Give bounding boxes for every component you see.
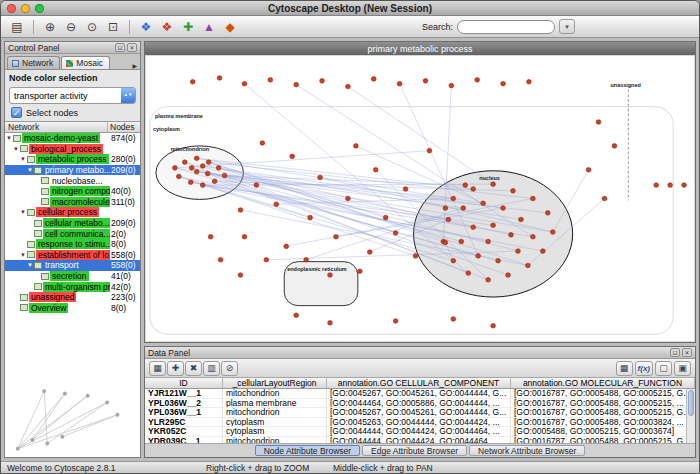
graph-node[interactable] xyxy=(334,234,339,239)
graph-node[interactable] xyxy=(446,217,451,222)
graph-node[interactable] xyxy=(475,78,480,83)
zoom-fit-button[interactable]: ⊡ xyxy=(103,18,123,36)
graph-node[interactable] xyxy=(443,206,448,211)
graph-node[interactable] xyxy=(290,154,295,159)
graph-node[interactable] xyxy=(393,231,398,236)
expander-icon[interactable]: ▼ xyxy=(19,252,27,258)
expander-icon[interactable]: ▼ xyxy=(19,209,27,215)
graph-node[interactable] xyxy=(328,321,333,326)
graph-node[interactable] xyxy=(260,141,265,146)
zoom-in-button[interactable]: ⊕ xyxy=(40,18,60,36)
tree-row[interactable]: macromolecule...311(0) xyxy=(5,197,140,208)
graph-node[interactable] xyxy=(194,169,199,174)
export-attributes-button[interactable]: ▣ xyxy=(674,361,691,376)
graph-node[interactable] xyxy=(526,263,531,268)
graph-node[interactable] xyxy=(471,187,476,192)
graph-node[interactable] xyxy=(371,77,376,82)
zoom-selected-button[interactable]: ⊙ xyxy=(82,18,102,36)
graph-node[interactable] xyxy=(328,273,333,278)
tree-row[interactable]: ▼cellular process xyxy=(5,207,140,218)
graph-node[interactable] xyxy=(304,257,309,262)
graph-node[interactable] xyxy=(509,233,514,238)
graph-node[interactable] xyxy=(238,208,243,213)
tree-row[interactable]: unassigned223(0) xyxy=(5,292,140,303)
table-cell[interactable]: YPL036W__2 xyxy=(145,399,223,409)
graph-node[interactable] xyxy=(654,183,659,188)
table-cell[interactable]: [GO:0005488, GO:0005215, GO:0003674] xyxy=(511,427,695,437)
table-cell[interactable]: YDR039C__1 xyxy=(145,437,223,443)
graph-node[interactable] xyxy=(540,249,545,254)
tree-row[interactable]: cellular metabo...209(0) xyxy=(5,218,140,229)
graph-node[interactable] xyxy=(238,273,243,278)
graph-node[interactable] xyxy=(284,244,289,249)
tree-row[interactable]: ▼biological_process xyxy=(5,144,140,155)
graph-node[interactable] xyxy=(373,168,378,173)
tab-edge-attribute-browser[interactable]: Edge Attribute Browser xyxy=(362,445,467,456)
table-cell[interactable]: [GO:0016787, GO:0005488, GO:0005215, G..… xyxy=(511,408,695,418)
graph-node[interactable] xyxy=(459,239,464,244)
graph-node[interactable] xyxy=(682,183,687,188)
graph-node[interactable] xyxy=(511,189,516,194)
graph-node[interactable] xyxy=(200,164,205,169)
table-cell[interactable]: [GO:0016787, GO:0005488, GO:0005215, G..… xyxy=(511,437,695,443)
graph-node[interactable] xyxy=(481,201,486,206)
graph-edge[interactable] xyxy=(179,176,454,260)
tree-header-network[interactable]: Network xyxy=(5,122,108,132)
annotation-button[interactable]: ▲ xyxy=(199,18,219,36)
vizmapper-button[interactable]: ◆ xyxy=(220,18,240,36)
graph-node[interactable] xyxy=(206,160,211,165)
network-canvas[interactable]: plasma membrane cytoplasm mitochondrion … xyxy=(145,55,695,342)
graph-node[interactable] xyxy=(545,211,550,216)
search-input[interactable] xyxy=(457,20,555,34)
graph-node[interactable] xyxy=(176,174,181,179)
graph-node[interactable] xyxy=(602,196,607,201)
table-cell[interactable]: YJR121W__1 xyxy=(145,389,223,399)
graph-node[interactable] xyxy=(668,183,673,188)
graph-node[interactable] xyxy=(427,148,432,153)
tree-row[interactable]: response to stimu...8(0) xyxy=(5,239,140,250)
float-panel-icon[interactable]: ⊡ xyxy=(115,43,125,52)
graph-node[interactable] xyxy=(318,175,323,180)
expander-icon[interactable]: ▼ xyxy=(12,146,20,152)
table-cell[interactable]: [GO:0044464, GO:0005886, GO:0044444, ... xyxy=(327,399,511,409)
graph-node[interactable] xyxy=(530,196,535,201)
graph-node[interactable] xyxy=(268,78,273,83)
float-panel-icon[interactable]: ⊡ xyxy=(670,348,680,357)
tree-row[interactable]: ▼mosaic-demo-yeast874(0) xyxy=(5,133,140,144)
graph-node[interactable] xyxy=(466,271,471,276)
zoom-out-button[interactable]: ⊖ xyxy=(61,18,81,36)
graph-node[interactable] xyxy=(527,79,532,84)
graph-node[interactable] xyxy=(397,81,402,86)
function-builder-button[interactable]: f(x) xyxy=(635,361,653,376)
graph-node[interactable] xyxy=(476,254,481,259)
network-view-titlebar[interactable]: primary metabolic process xyxy=(145,42,695,55)
graph-node[interactable] xyxy=(242,234,247,239)
graph-node[interactable] xyxy=(208,234,213,239)
graph-node[interactable] xyxy=(451,317,456,322)
table-cell[interactable]: YKR052C xyxy=(145,427,223,437)
graph-node[interactable] xyxy=(222,173,227,178)
graph-node[interactable] xyxy=(491,223,496,228)
graph-node[interactable] xyxy=(486,278,491,283)
search-options-button[interactable]: ▾ xyxy=(559,19,575,34)
graph-node[interactable] xyxy=(451,258,456,263)
graph-node[interactable] xyxy=(463,183,468,188)
table-cell[interactable]: mitochondrion xyxy=(223,437,327,443)
table-cell[interactable]: plasma membrane xyxy=(223,399,327,409)
table-cell[interactable]: YLR295C xyxy=(145,418,223,428)
graph-node[interactable] xyxy=(264,257,269,262)
graph-node[interactable] xyxy=(403,187,408,192)
graph-node[interactable] xyxy=(308,215,313,220)
tree-row[interactable]: nitrogen compo...40(0) xyxy=(5,186,140,197)
graph-node[interactable] xyxy=(320,79,325,84)
graph-node[interactable] xyxy=(216,166,221,171)
session-button[interactable]: ▤ xyxy=(7,18,27,36)
tree-row[interactable]: ▼transport558(0) xyxy=(5,260,140,271)
graph-node[interactable] xyxy=(516,249,521,254)
window-titlebar[interactable]: Cytoscape Desktop (New Session) xyxy=(1,1,699,16)
graph-node[interactable] xyxy=(190,79,195,84)
tree-row[interactable]: ▼metabolic process280(0) xyxy=(5,154,140,165)
tree-header-nodes[interactable]: Nodes xyxy=(108,122,140,132)
table-cell[interactable]: [GO:0044444, GO:0044424, GO:0044464, ... xyxy=(327,437,511,443)
graph-node[interactable] xyxy=(393,319,398,324)
